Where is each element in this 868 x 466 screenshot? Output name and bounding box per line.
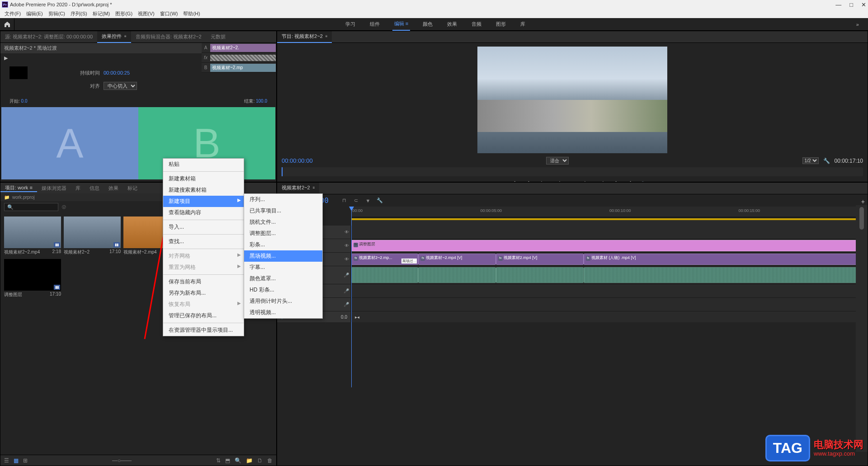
ec-clip-a[interactable]: 视频素材2~2. xyxy=(210,44,276,52)
tab-audio-mixer[interactable]: 音频剪辑混合器: 视频素材2~2 xyxy=(131,31,206,43)
submenu-color-matte[interactable]: 颜色遮罩... xyxy=(244,273,322,284)
menu-restore-layout[interactable]: 恢复布局▶ xyxy=(163,299,244,310)
maximize-button[interactable]: □ xyxy=(849,1,853,8)
menu-save-as-layout[interactable]: 另存为新布局... xyxy=(163,287,244,299)
voice-icon[interactable]: 🎤 xyxy=(344,288,349,293)
menu-edit[interactable]: 编辑(E) xyxy=(24,10,46,17)
add-marker-icon[interactable]: ▼ xyxy=(364,197,372,205)
mark-in-button[interactable]: { xyxy=(510,179,519,182)
project-search-input[interactable] xyxy=(4,203,58,211)
menu-view-hidden[interactable]: 查看隐藏内容 xyxy=(163,207,244,218)
eye-icon[interactable]: 👁 xyxy=(344,243,349,248)
icon-view-icon[interactable]: ▦ xyxy=(14,457,19,464)
find-icon[interactable]: 🔍 xyxy=(235,457,241,464)
track-v2-content[interactable]: fx调整图层 xyxy=(351,239,868,252)
menu-view[interactable]: 视图(V) xyxy=(135,10,157,17)
tab-program[interactable]: 节目: 视频素材2~2 ≡ xyxy=(277,31,332,43)
program-zoom-select[interactable]: 适合 xyxy=(546,157,569,165)
tab-media-browser[interactable]: 媒体浏览器 xyxy=(37,185,71,192)
new-item-icon[interactable]: 🗋 xyxy=(257,457,263,464)
submenu-hd-bars[interactable]: HD 彩条... xyxy=(244,284,322,296)
submenu-sequence[interactable]: 序列... xyxy=(244,194,322,205)
workspace-audio[interactable]: 音频 xyxy=(470,18,483,30)
program-timecode-left[interactable]: 00:00:00:00 xyxy=(282,157,313,164)
tab-effects[interactable]: 效果 xyxy=(104,185,123,192)
menu-graphics[interactable]: 图形(G) xyxy=(113,10,135,17)
extract-button[interactable]: ⬆ xyxy=(626,179,635,182)
menu-new-item[interactable]: 新建项目▶ 序列... 已共享项目... 脱机文件... 调整图层... 彩条.… xyxy=(163,196,244,207)
audio-clip[interactable] xyxy=(584,267,857,283)
timeline-work-area[interactable] xyxy=(351,217,868,226)
list-view-icon[interactable]: ☰ xyxy=(4,457,9,464)
export-frame-button[interactable]: 📷 xyxy=(640,179,649,182)
workspace-more[interactable]: » xyxy=(856,22,859,27)
tab-metadata[interactable]: 元数据 xyxy=(206,31,230,43)
track-a1-content[interactable] xyxy=(351,266,868,284)
timeline-playhead[interactable] xyxy=(351,207,352,387)
tab-info[interactable]: 信息 xyxy=(85,185,104,192)
delete-icon[interactable]: 🗑 xyxy=(267,457,273,464)
minimize-button[interactable]: — xyxy=(835,1,841,8)
search-filter-icon[interactable]: ⦾ xyxy=(62,204,66,210)
menu-help[interactable]: 帮助(H) xyxy=(180,10,203,17)
voice-icon[interactable]: 🎤 xyxy=(344,273,349,278)
new-bin-icon[interactable]: 📁 xyxy=(246,457,253,464)
menu-reset-grid[interactable]: 重置为网格▶ xyxy=(163,262,244,273)
submenu-shared-project[interactable]: 已共享项目... xyxy=(244,205,322,217)
step-forward-button[interactable]: |▶ xyxy=(582,179,591,182)
align-select[interactable]: 中心切入 xyxy=(104,82,137,90)
track-v1-content[interactable]: fx视频素材2~2.mp...黑场过... fx视频素材~2.mp4 [V] f… xyxy=(351,253,868,266)
submenu-captions[interactable]: 字幕... xyxy=(244,262,322,273)
tab-timeline-sequence[interactable]: 视频素材2~2 ≡ xyxy=(277,183,319,194)
menu-find[interactable]: 查找... xyxy=(163,236,244,247)
goto-out-button[interactable]: ▶| xyxy=(597,179,606,182)
timeline-settings-icon[interactable]: 🔧 xyxy=(376,197,384,205)
snap-icon[interactable]: ⊓ xyxy=(340,197,349,205)
menu-reveal-in-explorer[interactable]: 在资源管理器中显示项目... xyxy=(163,325,244,336)
menu-window[interactable]: 窗口(W) xyxy=(157,10,181,17)
play-button[interactable]: ▶ xyxy=(568,179,577,182)
menu-paste[interactable]: 粘贴 xyxy=(163,159,244,170)
video-clip[interactable]: fx视频素材 (人物) .mp4 [V] xyxy=(584,254,857,265)
track-a2-content[interactable] xyxy=(351,284,868,297)
menu-new-bin[interactable]: 新建素材箱 xyxy=(163,173,244,184)
program-scrubber[interactable] xyxy=(282,167,863,176)
goto-in-button[interactable]: |◀ xyxy=(539,179,548,182)
video-clip[interactable]: fx视频素材2.mp4 [V] xyxy=(496,254,584,265)
submenu-adjustment-layer[interactable]: 调整图层... xyxy=(244,228,322,239)
program-playhead[interactable] xyxy=(282,167,283,176)
zoom-slider[interactable]: —○—— xyxy=(112,457,132,464)
voice-icon[interactable]: 🎤 xyxy=(344,302,349,307)
menu-align-grid[interactable]: 对齐网格▶ xyxy=(163,250,244,262)
menu-sequence[interactable]: 序列(S) xyxy=(68,10,90,17)
timeline-vscroll[interactable] xyxy=(856,205,868,452)
submenu-bars-tone[interactable]: 彩条... xyxy=(244,239,322,250)
wrench-icon[interactable]: 🔧 xyxy=(823,158,830,164)
track-v3-content[interactable] xyxy=(351,226,868,239)
automate-icon[interactable]: ⬒ xyxy=(225,457,230,464)
ec-clip-b[interactable]: 视频素材~2.mp xyxy=(210,64,276,72)
menu-marker[interactable]: 标记(M) xyxy=(90,10,113,17)
transport-more-button[interactable]: + xyxy=(854,179,863,182)
menu-file[interactable]: 文件(F) xyxy=(2,10,24,17)
add-marker-button[interactable]: ▼ xyxy=(495,179,505,182)
menu-manage-layouts[interactable]: 管理已保存的布局... xyxy=(163,310,244,321)
submenu-offline-file[interactable]: 脱机文件... xyxy=(244,217,322,228)
home-button[interactable] xyxy=(0,18,14,31)
audio-clip[interactable] xyxy=(351,267,418,283)
tab-project[interactable]: 项目: work ≡ xyxy=(0,184,37,192)
ec-transition-bar[interactable] xyxy=(210,55,276,61)
workspace-effects[interactable]: 效果 xyxy=(445,18,459,30)
workspace-learn[interactable]: 学习 xyxy=(344,18,357,30)
menu-new-search-bin[interactable]: 新建搜索素材箱 xyxy=(163,184,244,196)
duration-value[interactable]: 00:00:00:25 xyxy=(104,70,130,75)
menu-import[interactable]: 导入... xyxy=(163,221,244,233)
tab-effect-controls[interactable]: 效果控件 ≡ xyxy=(97,31,131,43)
tab-libraries[interactable]: 库 xyxy=(71,185,85,192)
tab-markers[interactable]: 标记 xyxy=(123,185,142,192)
video-clip[interactable]: fx视频素材2~2.mp...黑场过... xyxy=(351,254,418,265)
close-button[interactable]: ✕ xyxy=(861,1,866,8)
workspace-libraries[interactable]: 库 xyxy=(519,18,527,30)
freeform-view-icon[interactable]: ⊞ xyxy=(23,457,28,464)
audio-clip[interactable] xyxy=(496,267,584,283)
